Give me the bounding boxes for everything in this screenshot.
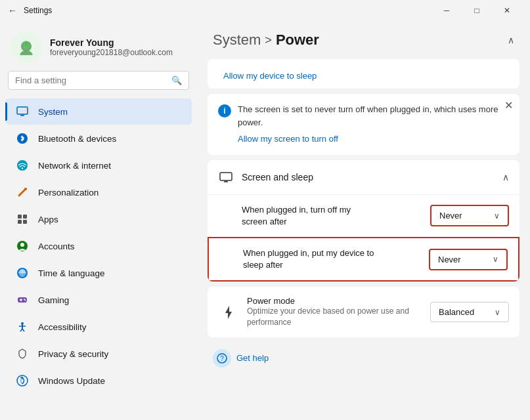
collapse-icon[interactable]: ∧: [508, 35, 514, 45]
search-box[interactable]: 🔍: [8, 71, 189, 90]
screen-sleep-icon: [218, 169, 234, 185]
get-help-link[interactable]: Get help: [236, 353, 269, 363]
screen-off-row: When plugged in, turn off my screen afte…: [208, 195, 519, 238]
screen-off-arrow: ∨: [494, 211, 500, 220]
sidebar-item-label-accessibility: Accessibility: [38, 322, 87, 332]
screen-off-label: When plugged in, turn off my screen afte…: [242, 204, 373, 228]
svg-point-22: [25, 300, 26, 301]
screen-off-value: Never: [439, 211, 462, 220]
content-area: System > Power ∧ Allow my device to slee…: [197, 21, 530, 420]
svg-point-21: [24, 299, 25, 300]
sidebar-item-accessibility[interactable]: Accessibility: [5, 314, 192, 340]
app-container: Forever Young foreveryoung201818@outlook…: [0, 21, 530, 420]
sidebar-item-label-network: Network & internet: [38, 161, 111, 171]
help-icon: ?: [213, 349, 231, 368]
power-mode-value: Balanced: [439, 307, 474, 317]
info-icon: i: [218, 104, 231, 117]
sidebar: Forever Young foreveryoung201818@outlook…: [0, 21, 197, 420]
title-bar: ← Settings ─ □ ✕: [0, 0, 530, 21]
screen-sleep-title: Screen and sleep: [242, 172, 313, 182]
search-input[interactable]: [15, 75, 166, 85]
user-name: Forever Young: [50, 37, 173, 48]
sidebar-item-privacy[interactable]: Privacy & security: [5, 341, 192, 367]
sidebar-item-label-personalization: Personalization: [38, 188, 99, 198]
screen-sleep-chevron: ∧: [502, 172, 509, 182]
back-icon[interactable]: ←: [8, 5, 17, 16]
sidebar-item-accounts[interactable]: Accounts: [5, 233, 192, 259]
svg-rect-9: [18, 215, 22, 219]
breadcrumb-separator: >: [265, 33, 272, 47]
user-info: Forever Young foreveryoung201818@outlook…: [50, 37, 173, 57]
sidebar-item-bluetooth[interactable]: Bluetooth & devices: [5, 125, 192, 152]
personalization-icon: [16, 186, 29, 199]
maximize-button[interactable]: □: [462, 0, 492, 21]
gaming-icon: [16, 293, 29, 306]
breadcrumb-parent: System: [213, 32, 261, 49]
avatar: [11, 32, 42, 63]
screen-off-dropdown[interactable]: Never ∨: [430, 205, 509, 226]
sidebar-item-label-apps: Apps: [38, 215, 58, 224]
bluetooth-icon: [16, 132, 29, 145]
sleep-after-arrow: ∨: [493, 255, 498, 264]
power-mode-row: Power mode Optimize your device based on…: [208, 287, 519, 337]
power-mode-icon: [218, 302, 239, 323]
power-mode-text: Power mode Optimize your device based on…: [247, 296, 430, 328]
sidebar-item-label-bluetooth: Bluetooth & devices: [38, 134, 116, 144]
sidebar-item-personalization[interactable]: Personalization: [5, 179, 192, 205]
titlebar-left: ← Settings: [8, 5, 52, 16]
section-header-left: Screen and sleep: [218, 169, 313, 185]
sidebar-item-label-gaming: Gaming: [38, 295, 69, 305]
accessibility-icon: [16, 320, 29, 333]
bottom-help-bar: ? Get help: [197, 343, 530, 374]
info-banner: i The screen is set to never turn off wh…: [208, 94, 519, 155]
svg-point-14: [20, 243, 24, 247]
update-icon: [16, 374, 29, 387]
info-close-button[interactable]: ✕: [504, 100, 513, 111]
sidebar-item-label-update: Windows Update: [38, 376, 105, 386]
sidebar-item-label-privacy: Privacy & security: [38, 349, 108, 359]
sidebar-item-system[interactable]: System: [5, 98, 192, 125]
svg-rect-2: [17, 107, 28, 114]
svg-point-23: [21, 322, 24, 325]
sleep-after-value: Never: [438, 255, 461, 264]
info-message: The screen is set to never turn off when…: [238, 103, 509, 146]
accounts-icon: [16, 240, 29, 253]
sidebar-item-gaming[interactable]: Gaming: [5, 287, 192, 313]
user-email: foreveryoung201818@outlook.com: [50, 48, 173, 57]
sidebar-item-time[interactable]: Time & language: [5, 260, 192, 286]
close-button[interactable]: ✕: [492, 0, 522, 21]
power-mode-arrow: ∨: [495, 308, 500, 317]
minimize-button[interactable]: ─: [431, 0, 462, 21]
screen-turn-off-link[interactable]: Allow my screen to turn off: [238, 133, 509, 146]
power-mode-dropdown[interactable]: Balanced ∨: [430, 302, 509, 322]
breadcrumb-current: Power: [276, 32, 319, 49]
screen-sleep-header[interactable]: Screen and sleep ∧: [208, 160, 519, 195]
power-mode-description: Optimize your device based on power use …: [247, 306, 430, 328]
screen-sleep-card: Screen and sleep ∧ When plugged in, turn…: [208, 160, 519, 282]
user-profile[interactable]: Forever Young foreveryoung201818@outlook…: [0, 21, 197, 71]
sleep-link[interactable]: Allow my device to sleep: [223, 71, 504, 81]
app-title: Settings: [24, 6, 52, 15]
search-icon: 🔍: [171, 75, 182, 85]
svg-point-7: [22, 167, 23, 169]
sidebar-item-network[interactable]: Network & internet: [5, 152, 192, 178]
sidebar-item-update[interactable]: Windows Update: [5, 368, 192, 394]
sidebar-item-label-time: Time & language: [38, 268, 105, 278]
sleep-after-row: When plugged in, put my device to sleep …: [208, 238, 519, 282]
sidebar-item-apps[interactable]: Apps: [5, 206, 192, 232]
svg-rect-29: [220, 173, 232, 180]
svg-rect-12: [23, 220, 27, 224]
nav-list: System Bluetooth & devices: [0, 98, 197, 394]
sleep-after-dropdown[interactable]: Never ∨: [429, 249, 508, 270]
network-icon: [16, 159, 29, 172]
apps-icon: [16, 213, 29, 226]
power-mode-title: Power mode: [247, 296, 430, 306]
svg-rect-10: [23, 215, 27, 219]
breadcrumb: System > Power ∧: [197, 21, 530, 59]
svg-line-27: [22, 329, 24, 331]
sidebar-item-label-accounts: Accounts: [38, 242, 75, 251]
svg-rect-11: [18, 220, 22, 224]
system-icon: [16, 105, 29, 118]
power-mode-card: Power mode Optimize your device based on…: [208, 287, 519, 337]
svg-text:?: ?: [220, 355, 224, 362]
